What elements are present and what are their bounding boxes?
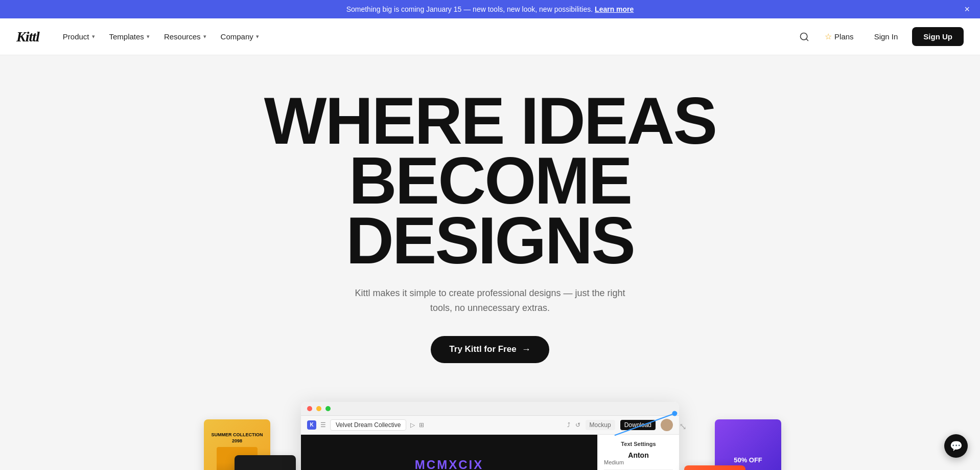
hero-section: WHERE IDEAS BECOME DESIGNS Kittl makes i… — [0, 55, 980, 470]
layout-icon: ⊞ — [419, 421, 424, 429]
sidebar-font-name: Anton — [604, 451, 673, 459]
hero-subtitle: Kittl makes it simple to create professi… — [352, 286, 628, 316]
sidebar-weight-label: Medium — [604, 459, 624, 465]
design-canvas: MCMXCIX VELVET — [301, 435, 597, 470]
signup-button[interactable]: Sign Up — [912, 27, 964, 46]
hero-title: WHERE IDEAS BECOME DESIGNS — [260, 91, 720, 271]
plans-label: Plans — [834, 32, 854, 41]
hero-title-line2: BECOME DESIGNS — [346, 143, 634, 278]
user-avatar — [661, 419, 673, 431]
browser-content: MCMXCIX VELVET Text Settings Anton Mediu… — [301, 435, 679, 470]
share-icon: ⤴ — [567, 421, 570, 429]
browser-dot-red — [307, 406, 312, 411]
preview-card-sale: 50% OFF — [715, 419, 781, 470]
signin-label: Sign In — [874, 32, 898, 41]
svg-line-1 — [806, 38, 808, 40]
logo[interactable]: Kittl — [16, 29, 39, 45]
canvas-tab[interactable]: Velvet Dream Collective — [330, 419, 406, 431]
play-icon: ▷ — [410, 421, 415, 429]
plans-button[interactable]: ☆ Plans — [819, 28, 860, 46]
preview-card-summer-text: SUMMER COLLECTION 2098 — [210, 432, 264, 444]
signup-label: Sign Up — [923, 32, 952, 41]
preview-card-sale-text: 50% OFF — [734, 456, 762, 464]
nav-links: Product ▾ Templates ▾ Resources ▾ Compan… — [56, 28, 796, 45]
browser-window: K ☰ Velvet Dream Collective ▷ ⊞ ⤴ ↺ Mock… — [301, 402, 679, 470]
browser-dot-yellow — [316, 406, 321, 411]
announcement-link[interactable]: Learn more — [595, 5, 634, 13]
nav-templates-label: Templates — [109, 32, 144, 41]
announcement-close-button[interactable]: × — [964, 5, 970, 14]
nav-item-templates[interactable]: Templates ▾ — [102, 28, 157, 45]
nav-right: ☆ Plans Sign In Sign Up — [796, 27, 964, 46]
star-icon: ☆ — [825, 32, 832, 41]
hero-cta-button[interactable]: Try Kittl for Free → — [431, 336, 549, 363]
browser-topbar — [301, 402, 679, 416]
chevron-down-icon: ▾ — [256, 33, 259, 40]
download-btn[interactable]: Download — [620, 420, 656, 430]
sidebar-section-label: Text Settings — [604, 441, 673, 447]
navbar: Kittl Product ▾ Templates ▾ Resources ▾ … — [0, 18, 980, 55]
search-button[interactable] — [796, 29, 812, 45]
preview-card-dark: Dark Design — [235, 455, 296, 470]
search-icon — [799, 32, 809, 42]
browser-toolbar-left: K ☰ Velvet Dream Collective ▷ ⊞ — [307, 419, 424, 431]
chevron-down-icon: ▾ — [147, 33, 150, 40]
nav-resources-label: Resources — [164, 32, 201, 41]
hero-mockup: SUMMER COLLECTION 2098 Dark Design K ☰ — [245, 389, 735, 470]
signin-button[interactable]: Sign In — [866, 28, 906, 45]
arrow-icon: → — [522, 344, 531, 355]
nav-item-company[interactable]: Company ▾ — [214, 28, 266, 45]
chat-icon: 💬 — [950, 440, 963, 452]
kittl-canvas-logo: K — [307, 420, 316, 430]
sidebar-weight-row: Medium — [604, 459, 673, 465]
mockup-btn[interactable]: Mockup — [586, 420, 615, 430]
announcement-bar: Something big is coming January 15 — new… — [0, 0, 980, 18]
chevron-down-icon: ▾ — [203, 33, 206, 40]
nav-item-product[interactable]: Product ▾ — [56, 28, 102, 45]
nav-company-label: Company — [221, 32, 253, 41]
history-icon: ↺ — [575, 421, 580, 429]
nav-item-resources[interactable]: Resources ▾ — [157, 28, 214, 45]
chevron-down-icon: ▾ — [92, 33, 95, 40]
chat-widget-button[interactable]: 💬 — [944, 434, 968, 458]
browser-dot-green — [325, 406, 331, 411]
hero-cta-label: Try Kittl for Free — [449, 344, 516, 354]
hamburger-icon: ☰ — [320, 421, 326, 429]
resize-handle-icon: ⤡ — [679, 421, 687, 432]
preview-card-new-arrival: NEW ARRIVAL — [684, 465, 745, 470]
browser-toolbar-right: ⤴ ↺ Mockup Download — [567, 419, 673, 431]
announcement-text: Something big is coming January 15 — new… — [346, 5, 593, 13]
browser-toolbar: K ☰ Velvet Dream Collective ▷ ⊞ ⤴ ↺ Mock… — [301, 416, 679, 435]
text-settings-panel: Text Settings Anton Medium 24 0 34 — [597, 435, 679, 470]
nav-product-label: Product — [63, 32, 89, 41]
canvas-title: MCMXCIX VELVET — [371, 459, 527, 470]
